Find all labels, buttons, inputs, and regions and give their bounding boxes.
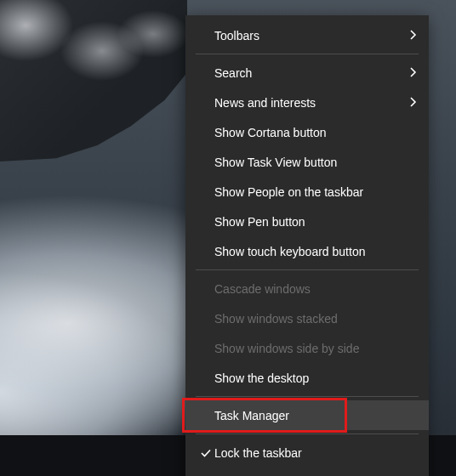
menu-item-pen[interactable]: Show Pen button (185, 207, 429, 236)
menu-item-lock[interactable]: Lock the taskbar (185, 438, 429, 468)
menu-item-sidebyside: Show windows side by side (185, 333, 429, 363)
menu-item-label: Show windows side by side (214, 342, 417, 355)
menu-item-cortana[interactable]: Show Cortana button (185, 117, 429, 147)
menu-item-label: Show Pen button (214, 215, 417, 229)
menu-item-label: Toolbars (214, 29, 403, 42)
menu-item-taskmgr[interactable]: Task Manager (185, 400, 429, 430)
menu-separator (196, 54, 419, 54)
menu-item-touchkb[interactable]: Show touch keyboard button (185, 236, 429, 266)
menu-separator (196, 434, 419, 434)
menu-item-toolbars[interactable]: Toolbars (185, 20, 429, 50)
menu-item-label: News and interests (214, 96, 403, 110)
wallpaper-rock (0, 0, 187, 162)
menu-separator (196, 269, 419, 270)
menu-item-label: Show Task View button (214, 156, 417, 169)
menu-item-settings[interactable]: Taskbar settings (185, 468, 429, 476)
menu-item-label: Search (214, 66, 403, 80)
menu-item-news[interactable]: News and interests (185, 88, 429, 117)
menu-item-label: Cascade windows (214, 282, 417, 296)
menu-item-cascade: Cascade windows (185, 274, 429, 303)
chevron-right-icon (403, 66, 417, 80)
menu-item-people[interactable]: Show People on the taskbar (185, 177, 429, 207)
check-icon (197, 447, 214, 459)
menu-separator (196, 396, 419, 397)
menu-item-label: Show windows stacked (214, 312, 417, 326)
menu-item-desktop[interactable]: Show the desktop (185, 363, 429, 393)
menu-item-label: Show Cortana button (214, 126, 417, 139)
menu-item-label: Show the desktop (214, 371, 417, 385)
menu-item-label: Show touch keyboard button (214, 245, 417, 258)
menu-item-stacked: Show windows stacked (185, 303, 429, 333)
menu-item-search[interactable]: Search (185, 58, 429, 88)
chevron-right-icon (403, 96, 417, 110)
menu-item-label: Show People on the taskbar (214, 185, 417, 199)
chevron-right-icon (403, 29, 417, 42)
menu-item-taskview[interactable]: Show Task View button (185, 147, 429, 177)
menu-item-label: Task Manager (214, 409, 417, 422)
menu-item-label: Lock the taskbar (214, 446, 417, 460)
taskbar-context-menu: ToolbarsSearchNews and interestsShow Cor… (185, 15, 429, 476)
